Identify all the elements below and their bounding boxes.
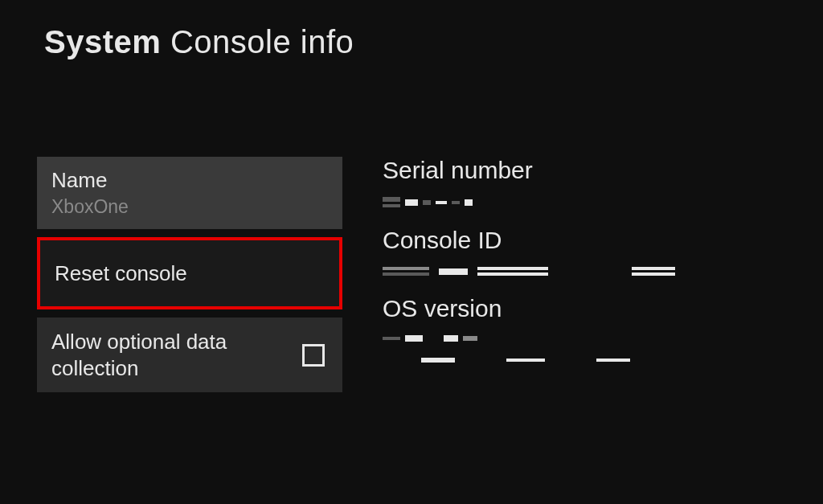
serial-number-value-redacted xyxy=(383,197,784,207)
page-title: System Console info xyxy=(44,24,823,60)
console-name-value: XboxOne xyxy=(51,196,129,218)
console-id-label: Console ID xyxy=(383,227,784,254)
console-name-label: Name xyxy=(51,168,107,193)
console-id-value-redacted xyxy=(383,267,784,276)
optional-data-toggle[interactable]: Allow optional data collection xyxy=(37,318,342,392)
os-version-value-redacted-1 xyxy=(383,335,784,342)
checkbox-icon[interactable] xyxy=(302,344,325,367)
info-panel: Serial number Console ID OS version xyxy=(383,157,784,392)
console-name-card[interactable]: Name XboxOne xyxy=(37,157,342,229)
breadcrumb-page: Console info xyxy=(170,24,354,59)
content-area: Name XboxOne Reset console Allow optiona… xyxy=(0,157,823,392)
settings-list: Name XboxOne Reset console Allow optiona… xyxy=(37,157,342,392)
os-version-value-redacted-2 xyxy=(383,358,784,363)
page-header: System Console info xyxy=(0,0,823,60)
optional-data-label: Allow optional data collection xyxy=(51,329,260,381)
reset-console-button[interactable]: Reset console xyxy=(37,237,342,309)
reset-console-label: Reset console xyxy=(55,261,187,286)
os-version-label: OS version xyxy=(383,295,784,322)
breadcrumb-section: System xyxy=(44,24,161,59)
serial-number-label: Serial number xyxy=(383,157,784,184)
